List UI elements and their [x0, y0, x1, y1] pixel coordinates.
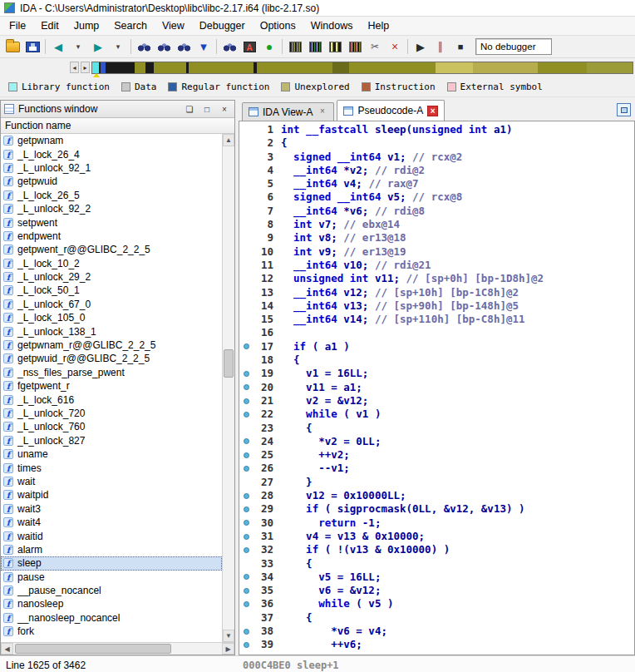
debugger-selector[interactable]: No debugger	[475, 38, 552, 55]
trace-window-2-button[interactable]	[305, 37, 325, 57]
function-list-item[interactable]: f_nss_files_parse_pwent	[1, 366, 222, 379]
code-line[interactable]: 7 __int64 *v6; // rdi@8	[239, 205, 634, 218]
function-list-item[interactable]: f_L_unlock_827	[1, 434, 222, 447]
code-line[interactable]: 13 __int64 v12; // [sp+10h] [bp-1C8h]@2	[239, 286, 634, 299]
function-list-item[interactable]: fgetpwnam_r@@GLIBC_2_2_5	[1, 338, 222, 352]
code-line[interactable]: 1int __fastcall sleep(unsigned int a1)	[239, 123, 634, 136]
menu-view[interactable]: View	[155, 18, 192, 33]
back-history-dropdown[interactable]: ▾	[68, 37, 88, 57]
code-line[interactable]: 34 v5 = 16LL;	[239, 571, 634, 584]
code-line[interactable]: 17 if ( a1 )	[239, 340, 634, 353]
navigation-band[interactable]	[91, 62, 633, 74]
function-list-item[interactable]: falarm	[1, 543, 222, 556]
code-line[interactable]: 33 {	[239, 557, 634, 571]
tab-pseudocode-a[interactable]: Pseudocode-A×	[337, 100, 445, 121]
vertical-scroll-track[interactable]	[223, 146, 234, 630]
functions-vertical-scrollbar[interactable]: ▲ ▼	[222, 134, 234, 642]
horizontal-scroll-track[interactable]	[13, 643, 222, 655]
save-button[interactable]	[22, 37, 42, 57]
function-list-item[interactable]: f_L_lock_105_0	[1, 311, 222, 324]
code-line[interactable]: 38 *v6 = v4;	[239, 625, 634, 638]
code-line[interactable]: 39 ++v6;	[239, 638, 634, 651]
menu-windows[interactable]: Windows	[303, 18, 361, 33]
function-list-item[interactable]: fgetpwent_r@@GLIBC_2_2_5	[1, 243, 222, 256]
snapshot-button[interactable]: ✂	[365, 37, 385, 57]
menu-edit[interactable]: Edit	[33, 18, 66, 33]
function-list-item[interactable]: fpause	[1, 571, 222, 584]
functions-horizontal-scrollbar[interactable]: ◀ ▶	[1, 642, 234, 655]
open-file-button[interactable]	[2, 37, 22, 57]
function-list-item[interactable]: ffgetpwent_r	[1, 379, 222, 393]
scroll-up-button[interactable]: ▲	[223, 134, 234, 146]
scroll-right-button[interactable]: ▶	[222, 643, 234, 655]
jump-address-button[interactable]: ▼	[194, 37, 214, 57]
forward-button[interactable]: ▶	[88, 37, 108, 57]
function-list-item[interactable]: f_L_unlock_92_2	[1, 202, 222, 215]
function-list-item[interactable]: f__nanosleep_nocancel	[1, 611, 222, 625]
function-name-column-header[interactable]: Function name	[1, 118, 234, 134]
code-line[interactable]: 30 return -1;	[239, 516, 634, 530]
code-line[interactable]: 25 ++v2;	[239, 448, 634, 462]
code-line[interactable]: 36 while ( v5 )	[239, 597, 634, 610]
code-line[interactable]: 3 signed __int64 v1; // rcx@2	[239, 151, 634, 164]
scroll-down-button[interactable]: ▼	[223, 630, 234, 642]
code-line[interactable]: 10 int v9; // er13@19	[239, 245, 634, 259]
vertical-scroll-thumb[interactable]	[224, 349, 234, 378]
function-list-item[interactable]: fwaitpid	[1, 488, 222, 502]
function-list-item[interactable]: fendpwent	[1, 230, 222, 243]
pause-process-button[interactable]: ║	[431, 37, 450, 57]
colors-button[interactable]: ●	[259, 37, 279, 57]
function-list-item[interactable]: f_L_lock_26_4	[1, 147, 222, 161]
code-line[interactable]: 21 v2 = &v12;	[239, 394, 634, 408]
function-list-item[interactable]: fsetpwent	[1, 215, 222, 229]
code-line[interactable]: 24 *v2 = 0LL;	[239, 435, 634, 448]
ascii-strings-button[interactable]: A	[239, 37, 259, 57]
code-line[interactable]: 18 {	[239, 353, 634, 367]
function-list-item[interactable]: fwait3	[1, 502, 222, 516]
code-line[interactable]: 26 --v1;	[239, 462, 634, 475]
pseudocode-view[interactable]: 1int __fastcall sleep(unsigned int a1)2{…	[239, 121, 635, 655]
code-line[interactable]: 2{	[239, 136, 634, 150]
stop-process-button[interactable]: ■	[450, 37, 470, 57]
search-text-button[interactable]	[174, 37, 194, 57]
tab-ida-view-a[interactable]: IDA View-A×	[242, 102, 334, 121]
function-list-item[interactable]: f_L_unlock_92_1	[1, 161, 222, 175]
close-window-button[interactable]: ×	[385, 37, 405, 57]
function-list-item[interactable]: f_L_unlock_760	[1, 420, 222, 433]
code-line[interactable]: 35 v6 = &v12;	[239, 584, 634, 597]
code-line[interactable]: 32 if ( !(v13 & 0x10000) )	[239, 543, 634, 556]
trace-window-1-button[interactable]	[285, 37, 305, 57]
search-next-button[interactable]	[219, 37, 239, 57]
navband-scroll-left-button[interactable]: ◂	[70, 62, 79, 73]
code-line[interactable]: 28 v12 = 0x10000LL;	[239, 489, 634, 502]
function-list-item[interactable]: ffork	[1, 625, 222, 638]
code-line[interactable]: 20 v11 = a1;	[239, 381, 634, 394]
menu-jump[interactable]: Jump	[66, 18, 107, 33]
function-list-item[interactable]: fgetpwnam	[1, 134, 222, 147]
code-line[interactable]: 37 {	[239, 611, 634, 625]
forward-history-dropdown[interactable]: ▾	[108, 37, 128, 57]
code-line[interactable]: 15 __int64 v14; // [sp+110h] [bp-C8h]@11	[239, 313, 634, 326]
function-list-item[interactable]: funame	[1, 447, 222, 461]
code-line[interactable]: 27 }	[239, 476, 634, 489]
function-list-item[interactable]: fwaitid	[1, 529, 222, 542]
function-list-item[interactable]: f_L_unlock_138_1	[1, 324, 222, 338]
menu-debugger[interactable]: Debugger	[192, 18, 253, 33]
navband-scroll-right-button[interactable]: ▸	[81, 62, 90, 73]
float-window-button[interactable]: ❏	[183, 103, 196, 116]
function-list-item[interactable]: f__pause_nocancel	[1, 584, 222, 597]
tab-close-button[interactable]: ×	[317, 106, 327, 117]
code-line[interactable]: 22 while ( v1 )	[239, 408, 634, 421]
function-list-item[interactable]: ftimes	[1, 461, 222, 474]
search-memory-button[interactable]	[134, 37, 154, 57]
function-list-item[interactable]: f_L_unlock_67_0	[1, 298, 222, 311]
horizontal-scroll-thumb[interactable]	[15, 644, 171, 654]
function-list-item[interactable]: fwait	[1, 475, 222, 488]
start-process-button[interactable]: ▶	[411, 37, 431, 57]
menu-file[interactable]: File	[2, 18, 33, 33]
scroll-left-button[interactable]: ◀	[1, 643, 13, 655]
code-line[interactable]: 14 __int64 v13; // [sp+90h] [bp-148h]@5	[239, 299, 634, 313]
close-window-button[interactable]: ×	[218, 103, 231, 116]
functions-list[interactable]: fgetpwnamf_L_lock_26_4f_L_unlock_92_1fge…	[1, 134, 222, 642]
function-list-item[interactable]: f_L_lock_616	[1, 393, 222, 406]
